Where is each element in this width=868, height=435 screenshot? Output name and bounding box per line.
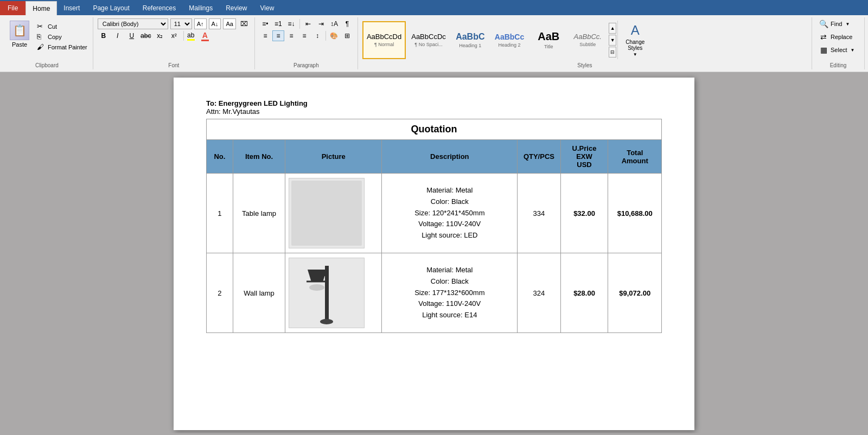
replace-button[interactable]: ⇄ Replace	[816, 31, 860, 42]
style-subtitle-box[interactable]: AaBbCc. Subtitle	[569, 21, 607, 59]
change-styles-icon: A	[631, 23, 640, 38]
tab-view-label: View	[260, 4, 275, 12]
row2-uprice: $28.00	[560, 253, 608, 333]
select-button[interactable]: ▦ Select ▼	[816, 44, 860, 55]
paste-icon: 📋	[10, 21, 29, 40]
row2-picture	[285, 253, 382, 333]
editing-group-label: Editing	[816, 61, 860, 68]
select-icon: ▦	[819, 46, 828, 54]
wall-lamp-svg	[291, 258, 362, 328]
font-group: Calibri (Body) 11 A↑ A↓ Aa ⌧ B I U abc x…	[95, 17, 255, 69]
tab-page-layout[interactable]: Page Layout	[86, 1, 136, 15]
strikethrough-button[interactable]: abc	[140, 30, 152, 41]
table-lamp-svg	[291, 181, 362, 246]
change-styles-button[interactable]: A ChangeStyles ▼	[617, 21, 652, 59]
increase-indent-button[interactable]: ⇥	[315, 18, 327, 29]
numbering-button[interactable]: ≡1	[272, 18, 284, 29]
styles-scroll-up[interactable]: ▲	[609, 23, 616, 34]
multilevel-button[interactable]: ≡↓	[285, 18, 297, 29]
superscript-button[interactable]: x²	[168, 30, 180, 41]
style-nospace-box[interactable]: AaBbCcDc ¶ No Spaci...	[407, 21, 450, 59]
shading-button[interactable]: 🎨	[328, 30, 340, 41]
style-normal-box[interactable]: AaBbCcDd ¶ Normal	[362, 21, 406, 59]
styles-scroll-down[interactable]: ▼	[609, 35, 616, 46]
tab-page-layout-label: Page Layout	[93, 4, 129, 12]
style-title-label: Title	[534, 44, 563, 49]
style-title-box[interactable]: AaB Title	[529, 21, 567, 59]
tab-references[interactable]: References	[136, 1, 182, 15]
row2-qty: 324	[518, 253, 560, 333]
replace-icon: ⇄	[819, 33, 828, 41]
header-qty: QTY/PCS	[518, 140, 560, 174]
justify-button[interactable]: ≡	[298, 30, 310, 41]
style-h1-preview: AaBbC	[456, 32, 485, 42]
copy-button[interactable]: ⎘ Copy	[36, 32, 88, 41]
sort-button[interactable]: ↕A	[328, 18, 340, 29]
change-styles-label: ChangeStyles	[626, 39, 644, 51]
wall-lamp-image	[289, 258, 365, 328]
font-color-button[interactable]: A	[201, 31, 209, 41]
grow-font-button[interactable]: A↑	[194, 18, 207, 29]
align-left-button[interactable]: ≡	[259, 30, 271, 41]
tab-insert[interactable]: Insert	[57, 1, 86, 15]
clear-format-button[interactable]: ⌧	[238, 18, 250, 29]
svg-rect-3	[291, 181, 362, 246]
tab-view[interactable]: View	[254, 1, 281, 15]
tab-mailings-label: Mailings	[189, 4, 213, 12]
font-case-button[interactable]: Aa	[223, 18, 235, 29]
text-highlight-button[interactable]: ab	[187, 31, 195, 41]
clipboard-group: 📋 Paste ✂ Cut ⎘ Copy 🖌 Format Painter	[3, 17, 93, 69]
font-size-select[interactable]: 11	[170, 18, 192, 29]
header-picture: Picture	[285, 140, 382, 174]
row1-picture	[285, 174, 382, 253]
style-normal-preview: AaBbCcDd	[367, 33, 401, 41]
style-h2-box[interactable]: AaBbCc Heading 2	[490, 21, 528, 59]
row2-description: Material: Metal Color: Black Size: 177*1…	[382, 253, 518, 333]
paste-button[interactable]: 📋 Paste	[5, 18, 34, 50]
bold-button[interactable]: B	[98, 30, 110, 41]
decrease-indent-button[interactable]: ⇤	[302, 18, 314, 29]
align-center-button[interactable]: ≡	[272, 30, 284, 41]
copy-label: Copy	[48, 34, 62, 40]
format-painter-label: Format Painter	[48, 44, 87, 50]
header-uprice: U.PriceEXWUSD	[560, 140, 608, 174]
row1-uprice: $32.00	[560, 174, 608, 253]
select-label: Select	[831, 47, 847, 53]
tab-review-label: Review	[226, 4, 247, 12]
show-paragraph-button[interactable]: ¶	[341, 18, 353, 29]
divider	[183, 31, 184, 41]
borders-button[interactable]: ⊞	[341, 30, 353, 41]
style-subtitle-label: Subtitle	[573, 42, 602, 47]
style-normal-label: ¶ Normal	[367, 42, 401, 47]
replace-label: Replace	[831, 34, 852, 40]
quotation-title-row: Quotation	[207, 119, 662, 140]
quotation-table: Quotation No. Item No. Picture Descripti…	[206, 119, 662, 333]
style-h1-label: Heading 1	[456, 43, 485, 48]
format-painter-button[interactable]: 🖌 Format Painter	[36, 42, 88, 52]
header-total: TotalAmount	[608, 140, 662, 174]
find-button[interactable]: 🔍 Find ▼	[816, 18, 860, 29]
bullets-button[interactable]: ≡•	[259, 18, 271, 29]
styles-more[interactable]: ⊟	[609, 47, 616, 57]
tab-mailings[interactable]: Mailings	[182, 1, 219, 15]
paragraph-group: ≡• ≡1 ≡↓ ⇤ ⇥ ↕A ¶ ≡ ≡ ≡ ≡ ↕ 🎨	[257, 17, 358, 69]
cut-button[interactable]: ✂ Cut	[36, 22, 88, 31]
cut-icon: ✂	[37, 22, 46, 30]
italic-button[interactable]: I	[112, 30, 124, 41]
cut-label: Cut	[48, 23, 57, 30]
tab-file-label: File	[8, 4, 18, 12]
subscript-button[interactable]: x₂	[154, 30, 166, 41]
style-h1-box[interactable]: AaBbC Heading 1	[451, 21, 489, 59]
document-page[interactable]: To: Energygreen LED Lighting Attn: Mr.Vy…	[174, 78, 694, 430]
tab-review[interactable]: Review	[219, 1, 253, 15]
style-title-preview: AaB	[534, 30, 563, 43]
line-spacing-button[interactable]: ↕	[311, 30, 323, 41]
shrink-font-button[interactable]: A↓	[209, 18, 221, 29]
doc-attn: Attn: Mr.Vytautas	[206, 107, 662, 116]
font-name-select[interactable]: Calibri (Body)	[98, 18, 168, 29]
tab-file[interactable]: File	[0, 1, 25, 15]
clipboard-group-label: Clipboard	[5, 61, 88, 68]
align-right-button[interactable]: ≡	[285, 30, 297, 41]
tab-home[interactable]: Home	[25, 1, 57, 15]
underline-button[interactable]: U	[126, 30, 138, 41]
